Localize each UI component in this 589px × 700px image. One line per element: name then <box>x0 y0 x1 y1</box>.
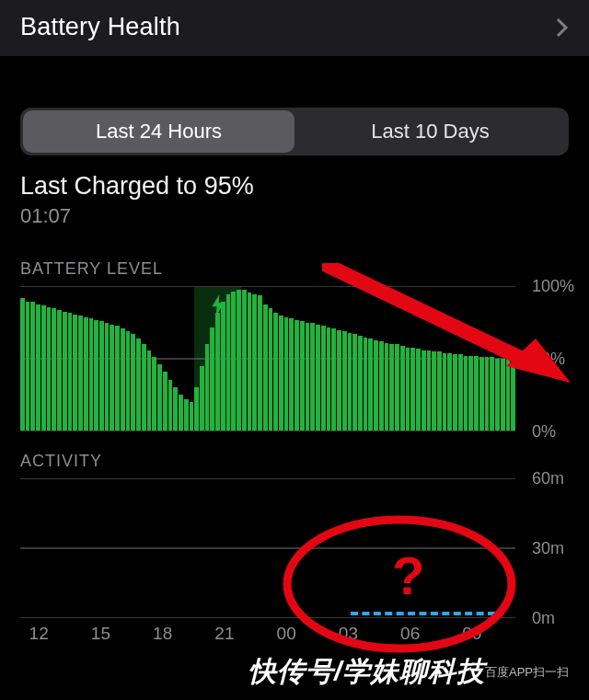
battery-bar <box>263 304 268 430</box>
battery-health-label: Battery Health <box>20 13 180 41</box>
battery-bar <box>306 323 310 430</box>
battery-bar <box>400 346 405 430</box>
battery-bar <box>136 339 141 430</box>
watermark-sub: 百度APP扫一扫 <box>485 664 569 681</box>
battery-bar <box>184 399 189 430</box>
battery-bar <box>226 294 231 430</box>
battery-bar <box>395 344 399 430</box>
battery-bar <box>94 320 98 430</box>
battery-bar <box>163 372 167 430</box>
battery-bar <box>432 351 436 430</box>
battery-bar <box>495 359 500 430</box>
battery-bar <box>215 313 220 430</box>
battery-bar <box>63 312 67 430</box>
battery-bar <box>342 331 347 430</box>
battery-bar <box>190 402 194 430</box>
battery-bar <box>41 305 46 430</box>
activity-y-axis: 60m 30m 0m <box>523 478 589 618</box>
last-charged-text: Last Charged to 95% <box>20 172 569 201</box>
battery-bar <box>231 292 236 430</box>
battery-bar <box>364 338 368 430</box>
battery-bar <box>327 327 331 430</box>
battery-bar <box>194 387 199 430</box>
battery-health-row[interactable]: Battery Health <box>0 0 589 56</box>
battery-bar <box>99 321 104 430</box>
activity-chart <box>20 478 515 618</box>
battery-bar <box>30 302 35 430</box>
battery-bar <box>511 359 515 430</box>
battery-level-chart <box>20 286 515 431</box>
battery-bar <box>131 334 135 430</box>
battery-bar <box>142 344 146 430</box>
x-tick: 09 <box>462 624 481 644</box>
battery-bar <box>352 334 357 430</box>
battery-bar <box>468 356 473 430</box>
battery-bar <box>410 348 415 430</box>
battery-bar <box>126 331 131 430</box>
tab-last-24-hours[interactable]: Last 24 Hours <box>23 110 294 153</box>
battery-bar <box>385 343 389 430</box>
battery-bar <box>310 323 315 430</box>
x-tick: 21 <box>214 624 234 644</box>
battery-bar <box>316 325 320 430</box>
battery-bar <box>279 316 283 430</box>
battery-bar <box>379 341 384 430</box>
battery-bar <box>368 339 373 430</box>
battery-bar <box>121 328 125 430</box>
battery-bar <box>443 353 447 430</box>
battery-bar <box>289 318 294 430</box>
battery-bar <box>36 304 40 430</box>
battery-bar <box>300 321 305 430</box>
battery-bar <box>68 313 73 430</box>
activity-title: ACTIVITY <box>0 431 589 478</box>
watermark-text: 快传号/学妹聊科技 <box>248 653 485 691</box>
battery-bar <box>258 295 262 430</box>
x-tick: 12 <box>29 624 49 644</box>
battery-bar <box>110 325 114 430</box>
battery-bar <box>458 354 463 430</box>
battery-bar <box>453 354 457 430</box>
battery-bar <box>168 380 173 430</box>
battery-bar <box>294 320 299 430</box>
battery-bar <box>464 356 468 430</box>
battery-bar <box>73 315 77 430</box>
battery-bar <box>427 350 432 430</box>
battery-bar <box>26 302 30 430</box>
battery-bar <box>105 323 110 430</box>
battery-bar <box>210 327 214 430</box>
battery-bar <box>416 349 421 430</box>
battery-bar <box>200 366 204 430</box>
battery-bar <box>84 317 88 430</box>
battery-bar <box>57 310 62 430</box>
battery-bar <box>374 340 378 430</box>
separator-gap <box>0 56 589 108</box>
battery-bar <box>437 351 442 430</box>
battery-bar <box>89 318 94 430</box>
battery-bar <box>157 364 162 430</box>
battery-bar <box>284 317 289 430</box>
battery-bar <box>506 359 511 430</box>
battery-bar <box>252 294 257 430</box>
tab-last-10-days[interactable]: Last 10 Days <box>294 110 566 153</box>
battery-bar <box>337 330 341 430</box>
battery-bar <box>389 344 394 430</box>
battery-bar <box>242 290 247 430</box>
battery-bar <box>331 328 336 430</box>
battery-bar <box>78 316 83 430</box>
battery-bar <box>173 387 178 430</box>
battery-bar <box>152 357 156 430</box>
battery-bar <box>237 290 241 430</box>
battery-bar <box>269 308 273 430</box>
battery-bar <box>479 357 484 430</box>
x-tick: 03 <box>339 624 358 644</box>
battery-y-axis: 100% 50% 0% <box>523 286 589 431</box>
battery-bar <box>485 357 490 430</box>
battery-bar <box>422 350 426 430</box>
battery-bar <box>474 356 479 430</box>
battery-level-title: BATTERY LEVEL <box>0 232 589 286</box>
x-tick: 06 <box>400 624 420 644</box>
battery-bar <box>205 344 210 430</box>
x-axis: 1215182100030609 <box>20 624 515 653</box>
battery-bar <box>221 302 225 430</box>
battery-bar <box>115 326 120 430</box>
